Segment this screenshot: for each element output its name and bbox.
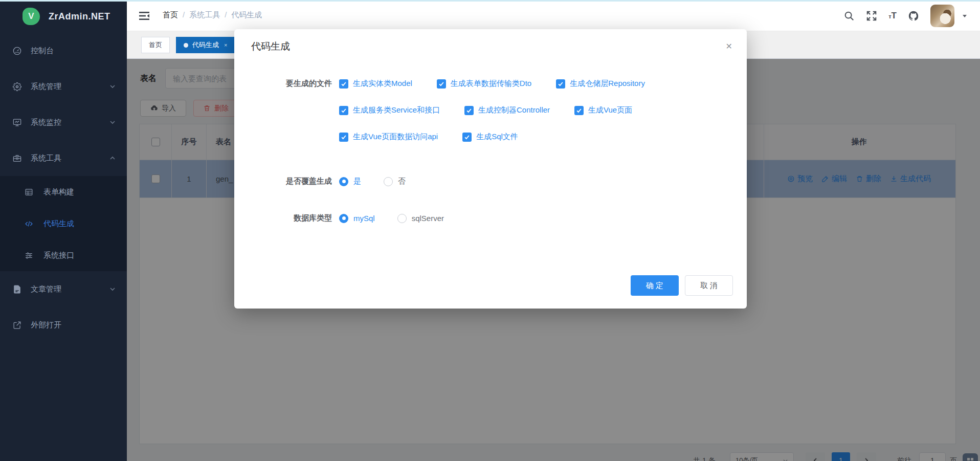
avatar-caret-icon[interactable] — [962, 13, 968, 19]
checkbox-checked-icon — [574, 106, 584, 115]
gear-icon — [12, 82, 22, 92]
chevron-down-icon — [109, 119, 116, 125]
db-type-label: 数据库类型 — [251, 213, 332, 223]
checkbox-label: 生成实体类Model — [353, 79, 412, 89]
checkbox-dto[interactable]: 生成表单数据传输类Dto — [437, 79, 531, 89]
dashboard-icon — [12, 46, 22, 56]
sidebar-item-system-manage[interactable]: 系统管理 — [0, 69, 127, 104]
radio-selected-icon — [339, 177, 348, 186]
radio-unselected-icon — [397, 214, 407, 223]
radio-label: sqlServer — [412, 214, 444, 223]
sidebar-item-code-generation[interactable]: 代码生成 — [0, 208, 127, 239]
close-icon[interactable]: ✕ — [726, 41, 732, 51]
sidebar-item-label: 系统工具 — [31, 153, 61, 163]
checkbox-checked-icon — [464, 106, 474, 115]
checkbox-vue-api[interactable]: 生成Vue页面数据访问api — [339, 132, 438, 142]
checkbox-checked-icon — [556, 79, 565, 89]
radio-label: 否 — [398, 177, 406, 186]
chevron-down-icon — [109, 286, 116, 292]
radio-mysql[interactable]: mySql — [339, 214, 375, 223]
sidebar-item-label: 外部打开 — [31, 320, 61, 330]
checkbox-vue-page[interactable]: 生成Vue页面 — [574, 105, 632, 115]
navbar-actions: тT — [843, 0, 968, 31]
tab-label: 代码生成 — [192, 40, 219, 50]
sidebar-item-form-builder[interactable]: 表单构建 — [0, 176, 127, 208]
sidebar: V ZrAdmin.NET 控制台 系统管理 系统监控 系统工具 — [0, 0, 127, 461]
external-link-icon — [12, 320, 22, 330]
checkbox-label: 生成服务类Service和接口 — [353, 105, 440, 115]
font-size-icon[interactable]: тT — [888, 11, 897, 20]
checkbox-sql-file[interactable]: 生成Sql文件 — [462, 132, 518, 142]
sidebar-item-label: 控制台 — [31, 46, 54, 56]
cancel-button[interactable]: 取 消 — [685, 275, 733, 296]
checkbox-controller[interactable]: 生成控制器Controller — [464, 105, 550, 115]
checkbox-label: 生成Sql文件 — [476, 132, 518, 142]
checkbox-label: 生成控制器Controller — [478, 105, 550, 115]
api-icon — [25, 251, 33, 260]
code-icon — [25, 219, 33, 228]
sidebar-item-article-manage[interactable]: 文章管理 — [0, 271, 127, 307]
sidebar-item-label: 代码生成 — [43, 219, 74, 229]
checkbox-checked-icon — [339, 133, 348, 142]
sidebar-item-dashboard[interactable]: 控制台 — [0, 33, 127, 69]
tab-home[interactable]: 首页 — [141, 37, 170, 53]
fullscreen-icon[interactable] — [866, 10, 877, 21]
document-icon — [12, 284, 22, 294]
dialog-title: 代码生成 — [251, 40, 290, 53]
radio-selected-icon — [339, 214, 348, 223]
form-icon — [25, 188, 33, 196]
radio-unselected-icon — [384, 177, 393, 186]
tab-code-generation[interactable]: 代码生成 × — [176, 37, 235, 53]
breadcrumb-current: 代码生成 — [231, 10, 262, 20]
radio-label: mySql — [353, 214, 375, 223]
files-row-2: 生成服务类Service和接口 生成控制器Controller 生成Vue页面 — [251, 105, 657, 115]
sidebar-item-label: 表单构建 — [43, 187, 74, 197]
checkbox-checked-icon — [339, 79, 348, 89]
radio-label: 是 — [353, 177, 361, 186]
checkbox-service[interactable]: 生成服务类Service和接口 — [339, 105, 440, 115]
code-generation-dialog: 代码生成 ✕ 要生成的文件 生成实体类Model 生成表单数据传输类Dto 生成… — [234, 29, 747, 309]
dialog-footer: 确 定 取 消 — [631, 275, 733, 296]
chevron-up-icon — [109, 155, 116, 161]
user-avatar[interactable] — [930, 5, 954, 27]
sidebar-item-label: 文章管理 — [31, 284, 61, 294]
search-icon[interactable] — [843, 10, 855, 21]
checkbox-label: 生成Vue页面 — [588, 105, 632, 115]
sidebar-item-system-monitor[interactable]: 系统监控 — [0, 104, 127, 140]
radio-sqlserver[interactable]: sqlServer — [397, 214, 444, 223]
chevron-down-icon — [109, 83, 116, 90]
app-logo[interactable]: V ZrAdmin.NET — [0, 0, 127, 33]
overwrite-row: 是否覆盖生成 是 否 — [251, 177, 428, 186]
breadcrumb-separator: / — [183, 10, 185, 20]
checkbox-model[interactable]: 生成实体类Model — [339, 79, 412, 89]
sidebar-item-label: 系统管理 — [31, 82, 61, 92]
sidebar-item-external-open[interactable]: 外部打开 — [0, 307, 127, 343]
checkbox-checked-icon — [462, 133, 472, 142]
tab-close-icon[interactable]: × — [224, 42, 227, 48]
navbar: 首页 / 系统工具 / 代码生成 тT — [127, 0, 980, 31]
overwrite-label: 是否覆盖生成 — [251, 177, 332, 186]
checkbox-label: 生成仓储层Repository — [570, 79, 645, 89]
confirm-button[interactable]: 确 定 — [631, 275, 679, 296]
window-top-edge — [0, 0, 980, 2]
files-row-3: 生成Vue页面数据访问api 生成Sql文件 — [251, 132, 543, 142]
sidebar-item-system-tools[interactable]: 系统工具 — [0, 140, 127, 176]
checkbox-checked-icon — [339, 106, 348, 115]
checkbox-checked-icon — [437, 79, 446, 89]
radio-overwrite-yes[interactable]: 是 — [339, 177, 361, 186]
system-tools-submenu: 表单构建 代码生成 系统接口 — [0, 176, 127, 271]
files-row-1: 要生成的文件 生成实体类Model 生成表单数据传输类Dto 生成仓储层Repo… — [251, 79, 670, 89]
breadcrumb-home[interactable]: 首页 — [163, 10, 178, 20]
checkbox-repository[interactable]: 生成仓储层Repository — [556, 79, 645, 89]
breadcrumb-system-tools[interactable]: 系统工具 — [189, 10, 220, 20]
radio-overwrite-no[interactable]: 否 — [384, 177, 406, 186]
db-type-row: 数据库类型 mySql sqlServer — [251, 213, 466, 223]
github-icon[interactable] — [908, 10, 919, 21]
tab-label: 首页 — [149, 40, 162, 50]
sidebar-item-label: 系统监控 — [31, 118, 61, 127]
app-title: ZrAdmin.NET — [49, 11, 110, 22]
collapse-sidebar-icon[interactable] — [138, 10, 150, 22]
checkbox-label: 生成Vue页面数据访问api — [353, 132, 438, 142]
sidebar-item-label: 系统接口 — [43, 251, 74, 260]
sidebar-item-system-api[interactable]: 系统接口 — [0, 239, 127, 271]
